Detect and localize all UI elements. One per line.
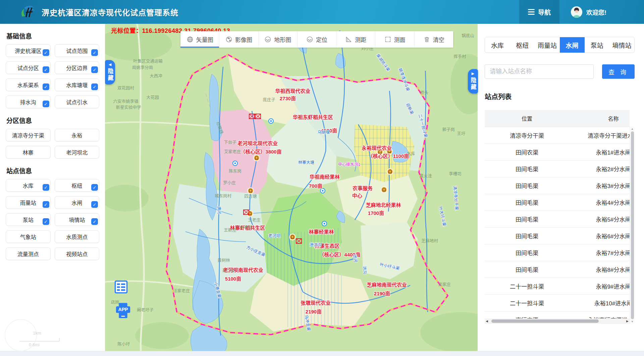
sluice-gate-marker[interactable] (381, 187, 387, 193)
sluice-gate-marker[interactable] (254, 155, 260, 161)
layer-toggle-button[interactable]: 水质测点 (55, 230, 100, 243)
scroll-left-icon[interactable]: ◀ (486, 320, 488, 323)
gate-station-marker[interactable] (296, 239, 302, 243)
table-row[interactable]: 二十一担斗渠永裕10#进水闸 (485, 295, 630, 311)
layer-label: 流量测点 (17, 250, 39, 258)
app-header: 淠史杭灌区清凉寺现代化试点管理系统 导航 欢迎您! (0, 0, 644, 24)
scroll-up-icon[interactable]: ▲ (631, 127, 634, 130)
locate-icon (306, 36, 313, 43)
search-button[interactable]: 查 询 (602, 64, 635, 79)
layer-toggle-button[interactable]: 水闸✓ (55, 196, 100, 209)
legend-table-button[interactable] (114, 280, 128, 293)
layer-toggle-button[interactable]: 老河坝北 (55, 146, 100, 159)
table-row[interactable]: 清凉寺分干渠清凉寺分干渠进水闸 (485, 127, 630, 144)
table-row[interactable]: 田间毛渠永裕6#分水闸 (485, 228, 630, 244)
gate-station-marker[interactable] (255, 114, 261, 119)
layer-toggle-button[interactable]: 试点分区✓ (6, 61, 51, 74)
checkbox-checked-icon[interactable]: ✓ (91, 184, 98, 191)
table-row[interactable]: 田间毛渠永裕2#分水闸 (485, 161, 630, 177)
app-download-button[interactable]: APP (115, 302, 131, 319)
gate-station-marker[interactable] (249, 114, 255, 119)
layer-toggle-button[interactable]: 水库塘堰✓ (55, 78, 100, 91)
table-row[interactable]: 田间毛渠永裕5#分水闸 (485, 211, 630, 228)
map-canvas[interactable]: 华祖西现代农业2730亩华祖东虾稻共生区4530亩老河坝北现代农业（核心区）38… (105, 24, 478, 356)
vertical-scrollbar[interactable]: ▲ ▼ (630, 127, 635, 324)
village-label: 桥头 (420, 91, 428, 95)
layer-toggle-button[interactable]: 水系渠系✓ (6, 78, 51, 91)
checkbox-checked-icon[interactable]: ✓ (43, 49, 49, 56)
checkbox-checked-icon[interactable]: ✓ (43, 101, 49, 107)
layer-toggle-button[interactable]: 排水沟✓ (6, 96, 51, 108)
layer-toggle-button[interactable]: 视频站点 (55, 247, 100, 260)
layer-toggle-button[interactable]: 林寨 (6, 146, 51, 159)
checkbox-checked-icon[interactable]: ✓ (91, 66, 98, 73)
tab-水库[interactable]: 水库 (485, 37, 510, 53)
checkbox-checked-icon[interactable]: ✓ (91, 83, 98, 90)
tab-雨量站[interactable]: 雨量站 (535, 37, 559, 53)
tab-墒情站[interactable]: 墒情站 (609, 37, 634, 53)
layer-toggle-button[interactable]: 水库✓ (6, 179, 51, 192)
sluice-gate-marker[interactable] (387, 169, 393, 175)
map-tool-distance-button[interactable]: 测距 (336, 31, 375, 48)
layer-toggle-button[interactable]: 试点范围✓ (55, 44, 100, 57)
checkbox-checked-icon[interactable]: ✓ (43, 83, 49, 90)
collapse-panel-button[interactable]: ▶ 隐藏 (468, 69, 478, 94)
tool-label: 测面 (394, 35, 406, 44)
village-label: 罗小庄 (223, 180, 236, 185)
gate-station-marker[interactable] (244, 210, 249, 215)
table-row[interactable]: 田间毛渠永裕8#分水闸 (485, 261, 630, 278)
table-grid-icon (114, 280, 128, 294)
map-tool-vector-button[interactable]: 矢量图 (180, 31, 219, 48)
layer-toggle-button[interactable]: 试点引水 (55, 96, 100, 108)
layer-toggle-button[interactable]: 墒情站✓ (55, 213, 100, 226)
table-row[interactable]: 二十一担斗渠永裕9#进水闸 (485, 278, 630, 295)
tab-泵站[interactable]: 泵站 (585, 37, 609, 53)
tab-枢纽[interactable]: 枢纽 (510, 37, 535, 53)
map-tool-clear-button[interactable]: 清空 (415, 31, 453, 48)
sluice-gate-marker[interactable] (248, 188, 254, 194)
layer-toggle-button[interactable]: 雨量站✓ (6, 196, 51, 209)
vertical-scroll-thumb[interactable] (631, 131, 634, 319)
monitor-point-marker[interactable] (269, 119, 273, 123)
checkbox-checked-icon[interactable]: ✓ (43, 66, 49, 73)
monitor-point-marker[interactable] (233, 161, 237, 166)
horizontal-scroll-thumb[interactable] (491, 319, 599, 323)
layer-toggle-button[interactable]: 枢纽✓ (55, 179, 100, 192)
checkbox-checked-icon[interactable]: ✓ (91, 201, 98, 208)
nav-menu-button[interactable]: 导航 (519, 0, 559, 24)
layer-toggle-button[interactable]: 流量测点 (6, 247, 51, 260)
table-row[interactable]: 田间毛渠永裕3#分水闸 (485, 177, 630, 194)
map-tool-imagery-button[interactable]: 影像图 (219, 31, 258, 48)
village-label: 叶集区交通运输 (133, 59, 163, 64)
layer-toggle-button[interactable]: 清凉寺分干渠 (6, 129, 51, 141)
checkbox-checked-icon[interactable]: ✓ (43, 201, 49, 208)
scroll-down-icon[interactable]: ▼ (631, 320, 634, 323)
horizontal-scrollbar[interactable]: ◀ ▶ (485, 318, 630, 324)
user-avatar[interactable] (571, 6, 582, 18)
monitor-point-marker[interactable] (320, 188, 325, 193)
layer-label: 枢纽 (71, 181, 82, 189)
sluice-gate-marker[interactable] (289, 234, 296, 240)
checkbox-checked-icon[interactable]: ✓ (43, 184, 49, 191)
layer-toggle-button[interactable]: 永裕 (55, 129, 100, 141)
map-tool-area-button[interactable]: 测面 (375, 31, 414, 48)
checkbox-checked-icon[interactable]: ✓ (91, 49, 98, 56)
table-row[interactable]: 田间毛渠永裕4#分水闸 (485, 194, 630, 211)
checkbox-checked-icon[interactable]: ✓ (43, 218, 49, 225)
layer-toggle-button[interactable]: 分区边界✓ (55, 61, 100, 74)
layer-toggle-button[interactable]: 气象站 (6, 230, 51, 243)
map-tool-locate-button[interactable]: 定位 (298, 31, 336, 48)
station-type-tabs: 水库枢纽雨量站水闸泵站墒情站 (485, 37, 635, 53)
map-tool-terrain-button[interactable]: 地形图 (259, 31, 298, 48)
cell-location: 田间毛渠 (485, 265, 569, 274)
scroll-right-icon[interactable]: ▶ (626, 320, 629, 323)
layer-toggle-button[interactable]: 淠史杭灌区✓ (6, 44, 51, 57)
monitor-point-marker[interactable] (322, 221, 327, 226)
collapse-sidebar-button[interactable]: ◀ 隐藏 (105, 60, 115, 84)
layer-toggle-button[interactable]: 泵站✓ (6, 213, 51, 226)
table-row[interactable]: 田间农渠永裕1#进水闸 (485, 144, 630, 161)
checkbox-checked-icon[interactable]: ✓ (91, 218, 98, 225)
station-search-input[interactable] (485, 64, 594, 79)
table-row[interactable]: 田间毛渠永裕7#分水闸 (485, 244, 630, 261)
tab-水闸[interactable]: 水闸 (560, 37, 585, 53)
